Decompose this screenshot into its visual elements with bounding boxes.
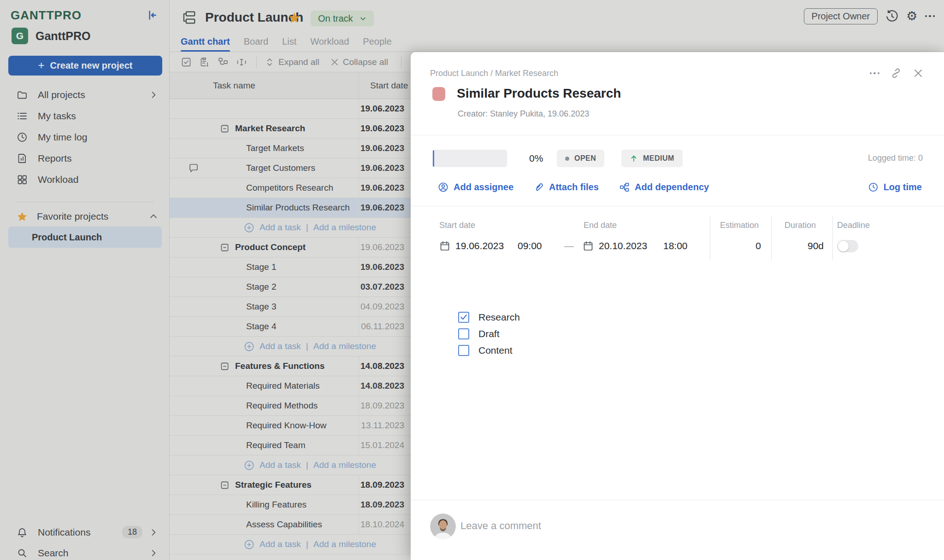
panel-more-icon[interactable]	[870, 72, 880, 75]
tab-workload[interactable]: Workload	[310, 31, 349, 52]
deadline-toggle[interactable]	[837, 240, 858, 252]
add-task-link[interactable]: Add a task	[260, 341, 301, 351]
task-start-date: 15.01.2024	[359, 436, 417, 455]
status-dropdown[interactable]: OPEN	[557, 150, 604, 167]
end-time-field[interactable]: 18:00	[663, 240, 688, 251]
task-row[interactable]: Stage 406.11.2023	[170, 317, 417, 337]
add-assignee-link[interactable]: Add assignee	[438, 182, 513, 192]
tab-gantt-chart[interactable]: Gantt chart	[181, 31, 230, 52]
add-task-link[interactable]: Add a task	[260, 222, 301, 233]
collapse-task-icon[interactable]	[220, 362, 229, 371]
column-width-icon[interactable]	[236, 57, 247, 68]
start-date-field[interactable]: 19.06.2023	[439, 240, 504, 251]
expand-all-button[interactable]: Expand all	[265, 57, 319, 67]
clock-icon	[868, 182, 879, 192]
add-separator: |	[306, 539, 308, 549]
task-title[interactable]: Similar Products Research	[457, 86, 621, 101]
tab-board[interactable]: Board	[244, 31, 268, 52]
priority-dropdown[interactable]: MEDIUM	[621, 150, 683, 167]
collapse-all-button[interactable]: Collapse all	[330, 57, 388, 67]
task-row[interactable]: Required Methods18.09.2023	[170, 396, 417, 416]
add-task-link[interactable]: Add a task	[260, 460, 301, 470]
estimation-field[interactable]: 0	[720, 240, 761, 251]
create-new-project-button[interactable]: + Create new project	[8, 56, 162, 76]
end-date-field[interactable]: 20.10.2023	[583, 240, 647, 251]
plus-icon: +	[38, 59, 45, 72]
collapse-task-icon[interactable]	[220, 124, 229, 133]
task-row[interactable]: Market Research19.06.2023	[170, 119, 417, 139]
favorite-projects-header[interactable]: Favorite projects	[0, 206, 169, 227]
task-row[interactable]: Stage 304.09.2023	[170, 297, 417, 317]
task-row[interactable]: Required Team15.01.2024	[170, 436, 417, 455]
add-row: Add a task|Add a milestone	[170, 455, 417, 475]
task-row[interactable]: Stage 203.07.2023	[170, 277, 417, 297]
sidebar-item-all-projects[interactable]: All projects	[0, 84, 169, 105]
hierarchy-icon[interactable]	[218, 57, 229, 68]
collapse-sidebar-icon[interactable]	[146, 9, 158, 21]
add-milestone-link[interactable]: Add a milestone	[313, 539, 376, 549]
attach-files-link[interactable]: Attach files	[533, 182, 599, 192]
sidebar-item-my-tasks[interactable]: My tasks	[0, 105, 169, 127]
more-options-icon[interactable]	[925, 15, 935, 18]
task-row[interactable]: Strategic Features18.09.2023	[170, 475, 417, 495]
sidebar-item-notifications[interactable]: Notifications 18	[0, 522, 169, 542]
workspace[interactable]: G GanttPRO	[12, 28, 90, 44]
task-row[interactable]: Competitors Research19.06.2023	[170, 178, 417, 198]
task-start-date: 19.06.2023	[359, 257, 417, 277]
task-row[interactable]: Target Customers19.06.2023	[170, 158, 417, 178]
add-separator: |	[306, 460, 308, 470]
gear-icon[interactable]: ⚙	[906, 10, 917, 23]
task-row[interactable]: Assess Capabilities18.10.2024	[170, 515, 417, 535]
task-creator: Creator: Stanley Pukita, 19.06.2023	[458, 109, 589, 119]
task-row[interactable]: 19.06.2023	[170, 99, 417, 119]
start-time-field[interactable]: 09:00	[518, 240, 542, 251]
task-row[interactable]: Stage 119.06.2023	[170, 257, 417, 277]
sidebar-item-reports[interactable]: Reports	[0, 148, 169, 169]
task-warning-icon[interactable]	[199, 57, 210, 68]
task-row[interactable]: Similar Products Research19.06.2023	[170, 198, 417, 218]
collapse-task-icon[interactable]	[220, 481, 229, 490]
duration-label: Duration	[785, 221, 816, 230]
task-row[interactable]: Target Markets19.06.2023	[170, 139, 417, 158]
task-row[interactable]: Killing Features18.09.2023	[170, 495, 417, 515]
tab-list[interactable]: List	[282, 31, 296, 52]
add-dependency-link[interactable]: Add dependency	[619, 182, 709, 192]
project-status-badge[interactable]: On track	[311, 11, 374, 26]
add-milestone-link[interactable]: Add a milestone	[313, 222, 376, 233]
checklist-checkbox[interactable]	[458, 345, 469, 356]
duration-field[interactable]: 90d	[785, 240, 824, 251]
column-header-start-date[interactable]: Start date	[359, 72, 417, 99]
tab-people[interactable]: People	[363, 31, 391, 52]
task-row[interactable]: Product Concept19.06.2023	[170, 238, 417, 257]
breadcrumb[interactable]: Product Launch / Market Research	[430, 69, 558, 78]
favorite-star-icon[interactable]	[288, 12, 301, 24]
add-milestone-link[interactable]: Add a milestone	[313, 460, 376, 470]
task-start-date: 06.11.2023	[359, 317, 417, 336]
add-task-link[interactable]: Add a task	[260, 539, 301, 549]
sidebar-item-search[interactable]: Search	[0, 542, 169, 560]
task-name: Stage 2	[246, 282, 277, 292]
checklist-checkbox[interactable]	[458, 328, 469, 339]
sidebar-item-my-time-log[interactable]: My time log	[0, 127, 169, 148]
task-row[interactable]: Features & Functions14.08.2023	[170, 356, 417, 376]
collapse-task-icon[interactable]	[220, 243, 229, 252]
column-header-task-name[interactable]: Task name	[170, 72, 359, 99]
close-icon[interactable]	[913, 68, 924, 79]
task-color-swatch[interactable]	[432, 87, 445, 101]
add-milestone-link[interactable]: Add a milestone	[313, 341, 376, 351]
progress-slider[interactable]	[432, 150, 507, 167]
checklist-item-label: Content	[478, 345, 513, 356]
task-row[interactable]: Required Know-How13.11.2023	[170, 416, 417, 436]
sidebar-item-workload[interactable]: Workload	[0, 169, 169, 190]
task-row[interactable]: Required Materials14.08.2023	[170, 376, 417, 396]
comment-input[interactable]: Leave a comment	[460, 520, 541, 532]
select-tasks-icon[interactable]	[181, 57, 192, 68]
progress-slider-handle[interactable]	[433, 150, 434, 167]
copy-link-icon[interactable]	[891, 68, 902, 79]
log-time-link[interactable]: Log time	[868, 182, 922, 192]
task-start-date: 19.06.2023	[359, 178, 417, 198]
history-icon[interactable]	[885, 9, 899, 23]
checklist-checkbox[interactable]	[458, 312, 469, 323]
sidebar-item-product-launch[interactable]: Product Launch	[8, 227, 162, 248]
view-tabs: Gantt chart Board List Workload People	[181, 31, 392, 52]
